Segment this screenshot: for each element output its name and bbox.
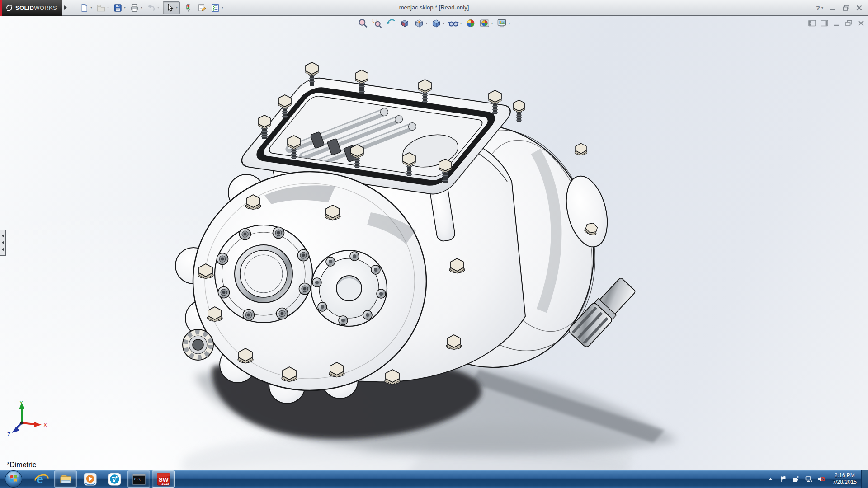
collapse-arrow-icon [2,234,4,238]
edit-appearance-button[interactable] [464,17,477,29]
zoom-to-area-icon [372,18,382,28]
hide-show-items-button[interactable]: ▾ [447,17,463,29]
close-button[interactable] [856,5,863,11]
save-button[interactable]: ▾ [111,1,127,14]
network-status-icon[interactable] [805,475,812,483]
taskbar-command-prompt[interactable]: C:\_ [127,470,150,488]
help-button[interactable]: ?▾ [816,4,823,12]
command-prompt-icon: C:\_ [132,472,146,487]
show-display-pane-button[interactable] [821,20,828,27]
doc-minimize-button[interactable] [833,20,840,27]
view-settings-button[interactable]: ▾ [495,17,512,29]
dropdown-arrow[interactable]: ▾ [157,6,159,9]
show-desktop-button[interactable] [861,470,868,488]
dropdown-arrow[interactable]: ▾ [124,6,126,9]
select-tool-button[interactable]: ▾ [163,1,180,14]
zoom-to-area-button[interactable] [370,17,383,29]
reference-triad[interactable]: Y X Z [4,399,53,455]
appearance-sphere-icon [466,18,476,28]
power-plug-icon[interactable] [792,475,800,483]
zoom-to-fit-button[interactable] [356,17,369,29]
show-hidden-icons-button[interactable] [767,475,774,483]
eyeglasses-icon [448,18,458,28]
media-player-icon [83,472,98,487]
undo-button[interactable]: ▾ [145,1,161,14]
print-button[interactable]: ▾ [128,1,144,14]
heads-up-view-toolbar: ▾ ▾ ▾ ▾ ▾ [356,17,511,29]
taskbar-windows-explorer[interactable] [54,470,77,488]
output-bearing-hub [311,250,387,326]
taskbar-internet-explorer[interactable]: e [30,470,52,488]
dropdown-arrow[interactable]: ▾ [425,22,427,25]
document-window-controls [808,20,865,27]
new-document-button[interactable]: ▾ [78,1,94,14]
view-orientation-label: *Dimetric [7,461,36,469]
graphics-area[interactable]: ▾ ▾ ▾ ▾ ▾ [0,16,868,470]
previous-view-icon [386,18,396,28]
dropdown-arrow[interactable]: ▾ [509,22,510,25]
dropdown-arrow[interactable]: ▾ [443,22,444,25]
tray-date: 7/28/2015 [833,479,857,486]
logo-red-accent [0,0,2,16]
action-center-flag-icon[interactable] [779,475,787,483]
rebuild-stoplight-icon [184,3,193,13]
z-axis-label: Z [7,432,10,438]
view-orientation-icon [414,18,424,28]
dropdown-arrow[interactable]: ▾ [491,22,493,25]
section-view-button[interactable] [398,17,411,29]
show-feature-panel-button[interactable] [808,20,816,27]
collapsed-feature-panel-tab[interactable] [0,230,6,256]
svg-text:C:\_: C:\_ [134,477,142,481]
system-tray: 2:16 PM 7/28/2015 [767,470,861,488]
folder-icon [58,472,73,487]
standard-toolbar: ▾ ▾ ▾ ▾ ▾ ▾ ▾ [78,1,225,14]
section-view-icon [400,18,410,28]
network-utility-icon [107,472,122,487]
undo-icon [146,3,156,13]
apply-scene-button[interactable]: ▾ [478,17,495,29]
dassault-mark-icon [5,4,13,12]
file-properties-button[interactable] [195,1,208,14]
start-button[interactable] [5,470,23,488]
window-controls: ?▾ [816,0,863,16]
view-orientation-button[interactable]: ▾ [412,17,429,29]
input-bearing-hub [215,225,312,323]
dropdown-arrow[interactable]: ▾ [90,6,92,9]
dropdown-arrow[interactable]: ▾ [222,6,223,9]
options-checklist-icon [211,3,220,13]
volume-muted-icon[interactable] [817,475,825,483]
zoom-to-fit-icon [358,18,368,28]
menu-pin-chevron-icon[interactable] [64,5,67,10]
collapse-arrow-icon [2,248,4,251]
doc-restore-button[interactable] [845,20,853,27]
print-icon [130,3,139,13]
dropdown-arrow[interactable]: ▾ [141,6,142,9]
y-axis-label: Y [19,400,23,406]
restore-button[interactable] [843,5,849,11]
taskbar-media-player[interactable] [79,470,101,488]
open-document-button[interactable]: ▾ [94,1,111,14]
new-document-icon [80,3,89,13]
dropdown-arrow[interactable]: ▾ [460,22,462,25]
spline-end-face [183,329,213,360]
clock[interactable]: 2:16 PM 7/28/2015 [833,472,857,486]
internet-explorer-icon: e [34,472,49,487]
rebuild-button[interactable] [182,1,195,14]
taskbar-network-utility[interactable] [103,470,126,488]
gearbox-model[interactable] [0,16,868,470]
dropdown-arrow[interactable]: ▾ [176,6,178,9]
svg-text:2015: 2015 [161,482,169,486]
options-button[interactable]: ▾ [209,1,225,14]
display-style-button[interactable]: ▾ [429,17,446,29]
solidworks-logo: SOLIDWORKS [0,0,62,16]
open-folder-icon [96,3,106,13]
view-settings-monitor-icon [497,18,507,28]
minimize-button[interactable] [830,5,836,11]
dropdown-arrow[interactable]: ▾ [821,6,823,10]
brand-text: SOLIDWORKS [15,5,57,11]
dropdown-arrow[interactable]: ▾ [107,6,109,9]
taskbar-solidworks[interactable]: SW2015 [152,470,175,488]
doc-close-button[interactable] [857,20,865,27]
previous-view-button[interactable] [384,17,397,29]
save-floppy-icon [113,3,123,13]
